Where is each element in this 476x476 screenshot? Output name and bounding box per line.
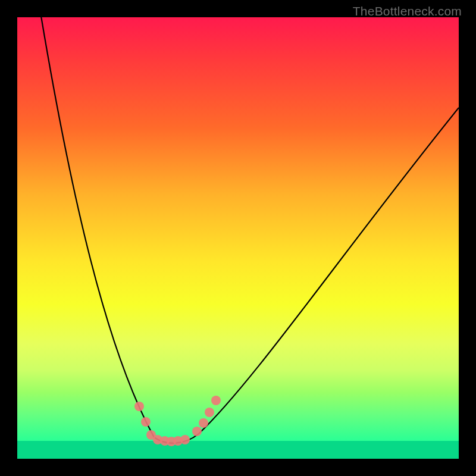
marker-dot — [141, 417, 151, 427]
marker-dot — [192, 427, 202, 436]
marker-dot — [134, 402, 144, 411]
marker-dot — [205, 408, 214, 417]
marker-dot — [211, 396, 221, 405]
curve-markers — [17, 17, 459, 459]
marker-dot — [180, 435, 190, 444]
marker-dot — [199, 418, 208, 428]
plot-area — [17, 17, 459, 459]
chart-frame: TheBottleneck.com — [0, 0, 476, 476]
watermark-text: TheBottleneck.com — [353, 4, 462, 18]
